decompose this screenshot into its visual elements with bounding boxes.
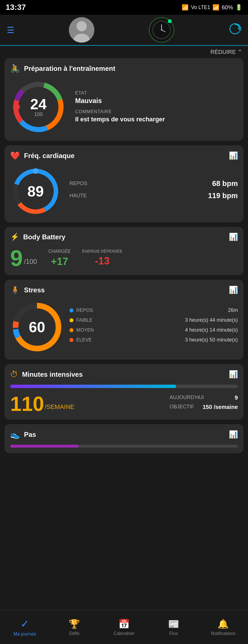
- spent-stat: ÉNERGIE DÉPENSÉE -13: [82, 249, 122, 268]
- hr-haute-row: HAUTE 119 bpm: [69, 191, 238, 200]
- spent-value: -13: [82, 255, 122, 267]
- watch-face-svg: [152, 20, 171, 40]
- heart-card-header: ❤️ Fréq. cardiaque 📊: [10, 151, 238, 160]
- haute-label: HAUTE: [69, 193, 87, 199]
- pas-chart-icon[interactable]: 📊: [229, 430, 238, 439]
- signal-label: Vo LTE1: [191, 5, 210, 10]
- today-label: AUJOURD'HUI: [169, 395, 204, 401]
- nav-defis[interactable]: 🏆 Défis: [50, 610, 99, 644]
- repos-value: 68 bpm: [212, 179, 238, 188]
- stress-card-header: 🧍 Stress 📊: [10, 285, 238, 295]
- nav-calendrier[interactable]: 📅 Calendrier: [99, 610, 149, 644]
- battery-card: ⚡ Body Battery 📊 9 /100 CHARGÉE +17 ÉNER…: [5, 227, 243, 275]
- spent-label: ÉNERGIE DÉPENSÉE: [82, 249, 122, 253]
- stress-value: 60: [29, 320, 45, 334]
- svg-point-18: [33, 168, 38, 174]
- reduce-bar: RÉDUIRE ⌃: [0, 46, 248, 58]
- minutes-main-row: 110 /SEMAINE AUJOURD'HUI 9 OBJECTIF 150 …: [10, 394, 238, 414]
- flux-icon: 📰: [168, 619, 179, 629]
- watch-button[interactable]: [149, 17, 174, 43]
- minutes-number: 110: [10, 394, 44, 414]
- stress-legend: REPOS 26m FAIBLE 3 heure(s) 44 minute(s)…: [69, 307, 238, 347]
- status-icons: 📶 Vo LTE1 📶 60% 🔋: [182, 4, 242, 11]
- stress-title: Stress: [24, 286, 45, 294]
- pas-bar-container: [10, 445, 238, 448]
- avatar[interactable]: [69, 17, 94, 43]
- status-time: 13:37: [6, 3, 26, 12]
- stress-eleve-label: ÉLEVÉ: [76, 337, 92, 343]
- nav-notifications[interactable]: 🔔 Notifications: [198, 610, 248, 644]
- moyen-dot: [69, 328, 73, 332]
- svg-point-1: [77, 21, 87, 31]
- ma-journee-label: Ma journée: [14, 632, 36, 637]
- flux-label: Flux: [169, 631, 178, 636]
- nav-ma-journee[interactable]: ✓ Ma journée: [0, 610, 50, 644]
- ma-journee-icon: ✓: [21, 618, 29, 630]
- minutes-title-group: ⏱ Minutes intensives: [10, 370, 83, 379]
- training-info: ÉTAT Mauvais COMMENTAIRE Il est temps de…: [75, 91, 238, 124]
- haute-value: 119 bpm: [208, 191, 238, 200]
- stress-faible-row: FAIBLE 3 heure(s) 44 minute(s): [69, 317, 238, 323]
- reduce-button[interactable]: RÉDUIRE ⌃: [210, 49, 242, 55]
- wifi-icon: 📶: [182, 4, 189, 11]
- minutes-chart-icon[interactable]: 📊: [229, 370, 238, 379]
- stress-faible-value: 3 heure(s) 44 minute(s): [185, 317, 238, 323]
- stress-content: 60 REPOS 26m FAIBLE 3 heure(s) 44 minute…: [10, 300, 238, 354]
- calendrier-label: Calendrier: [114, 631, 134, 636]
- battery-title-group: ⚡ Body Battery: [10, 233, 65, 241]
- training-title-group: 🚴 Préparation à l'entraînement: [10, 64, 115, 73]
- training-card-header: 🚴 Préparation à l'entraînement: [10, 64, 238, 73]
- stress-faible-left: FAIBLE: [69, 317, 93, 323]
- objectif-label: OBJECTIF: [169, 404, 194, 410]
- battery-title: Body Battery: [23, 233, 65, 241]
- heart-icon: ❤️: [10, 151, 20, 160]
- minutes-card: ⏱ Minutes intensives 📊 110 /SEMAINE AUJO…: [5, 364, 243, 420]
- repos-dot: [69, 308, 73, 312]
- training-card: 🚴 Préparation à l'entraînement: [5, 58, 243, 141]
- stress-repos-row: REPOS 26m: [69, 307, 238, 313]
- pas-title: Pas: [24, 431, 36, 439]
- minutes-today-row: AUJOURD'HUI 9: [169, 395, 238, 401]
- stress-faible-label: FAIBLE: [76, 317, 93, 323]
- minutes-content: 110 /SEMAINE AUJOURD'HUI 9 OBJECTIF 150 …: [10, 385, 238, 414]
- heart-card: ❤️ Fréq. cardiaque 📊 89 REPOS 68 bpm: [5, 145, 243, 222]
- chevron-up-icon: ⌃: [238, 49, 242, 55]
- stress-icon: 🧍: [10, 285, 20, 295]
- state-value: Mauvais: [75, 97, 238, 105]
- stress-number: 60: [29, 320, 45, 334]
- stress-repos-label: REPOS: [76, 308, 93, 313]
- heart-number: 89: [27, 184, 44, 199]
- minutes-value-group: 110 /SEMAINE: [10, 394, 74, 414]
- notifications-icon: 🔔: [217, 619, 229, 629]
- state-label: ÉTAT: [75, 91, 238, 96]
- today-value: 9: [235, 395, 238, 401]
- battery-sub: /100: [24, 258, 37, 266]
- menu-icon: ☰: [7, 25, 14, 35]
- heart-title: Fréq. cardiaque: [24, 152, 75, 160]
- nav-flux[interactable]: 📰 Flux: [149, 610, 199, 644]
- heart-chart-icon[interactable]: 📊: [229, 151, 238, 160]
- pas-card: 👟 Pas 📊: [5, 424, 243, 453]
- minutes-bar-container: [10, 385, 238, 388]
- battery-chart-icon[interactable]: 📊: [229, 233, 238, 241]
- calendrier-icon: 📅: [118, 619, 130, 629]
- pas-title-group: 👟 Pas: [10, 430, 36, 439]
- charged-label: CHARGÉE: [48, 249, 71, 254]
- menu-button[interactable]: ☰: [7, 25, 14, 35]
- stress-chart-icon[interactable]: 📊: [229, 286, 238, 294]
- stress-eleve-row: ÉLEVÉ 3 heure(s) 50 minute(s): [69, 337, 238, 343]
- faible-dot: [69, 318, 73, 322]
- battery-card-header: ⚡ Body Battery 📊: [10, 233, 238, 241]
- stress-moyen-value: 4 heure(s) 14 minute(s): [185, 327, 238, 333]
- defis-icon: 🏆: [69, 619, 80, 629]
- minutes-bar-fill: [10, 385, 176, 388]
- stress-repos-left: REPOS: [69, 308, 93, 313]
- bottom-nav: ✓ Ma journée 🏆 Défis 📅 Calendrier 📰 Flux…: [0, 610, 248, 644]
- eleve-dot: [69, 338, 73, 342]
- heart-content: 89 REPOS 68 bpm HAUTE 119 bpm: [10, 166, 238, 217]
- pas-icon: 👟: [10, 430, 20, 439]
- refresh-button[interactable]: [229, 23, 241, 38]
- training-title: Préparation à l'entraînement: [24, 65, 115, 73]
- pas-bar-fill: [10, 445, 79, 448]
- stress-moyen-row: MOYEN 4 heure(s) 14 minute(s): [69, 327, 238, 333]
